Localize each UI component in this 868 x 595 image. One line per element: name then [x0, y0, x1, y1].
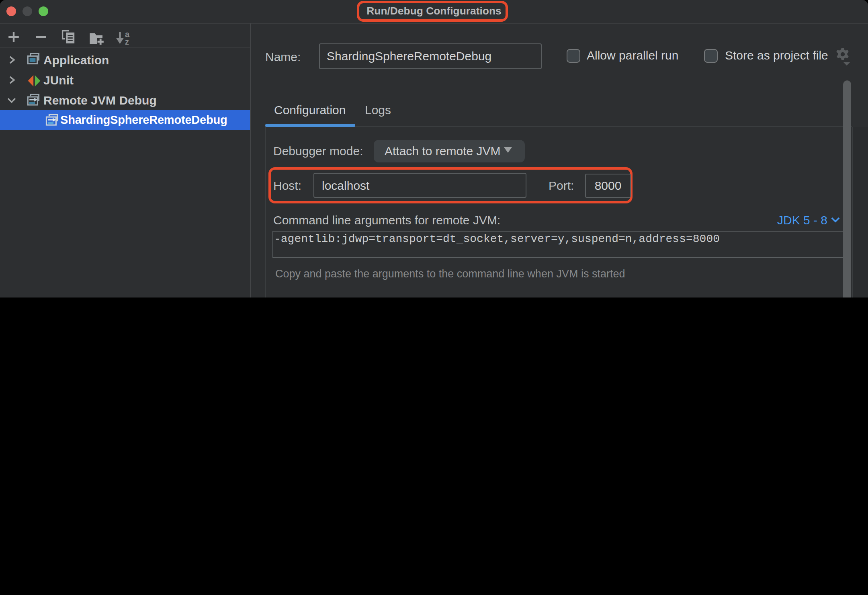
svg-text:z: z	[125, 37, 129, 46]
